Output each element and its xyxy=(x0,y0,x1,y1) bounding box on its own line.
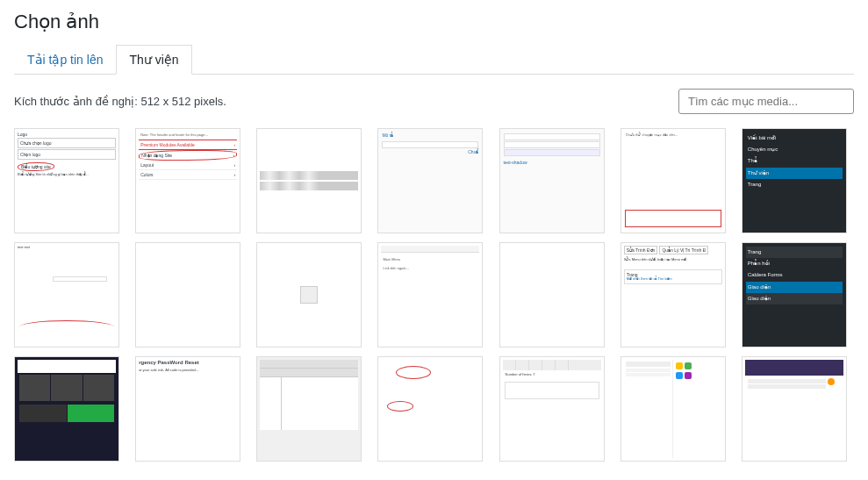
media-item[interactable]: Viết bài mới Chuyên mục Thẻ Thư viện Tra… xyxy=(742,128,847,233)
media-item[interactable]: Chưa thử chuyện mục đầu tiên... xyxy=(621,128,726,233)
thumb-text: Chưa chọn logo xyxy=(18,138,116,148)
thumb-text: Giao diện xyxy=(746,293,843,304)
media-item[interactable] xyxy=(742,356,847,462)
media-item[interactable]: text-shadow xyxy=(499,128,605,233)
search-input[interactable] xyxy=(678,89,854,114)
thumb-text: Chọn logo xyxy=(18,149,116,160)
media-item[interactable]: Sửa Trình ĐơnQuản Lý Vị Trí Trình Đ Sửa … xyxy=(621,242,726,347)
size-hint: Kích thước ảnh đề nghị: 512 x 512 pixels… xyxy=(14,95,226,108)
thumb-text: Colors› xyxy=(139,170,237,180)
thumb-text: Chuẩ xyxy=(382,149,478,154)
thumb-text: Thư viện xyxy=(746,168,843,179)
media-item[interactable]: Number of Items: 7 xyxy=(499,356,605,462)
thumb-text: Caldera Forms xyxy=(746,269,843,281)
thumb-text: Biểu tượng site xyxy=(18,162,54,171)
thumb-text: Logo xyxy=(18,132,116,137)
thumb-text: Mô tả xyxy=(382,133,478,138)
media-item[interactable]: Main MenuLink bên ngoài... xyxy=(377,242,483,347)
media-item[interactable] xyxy=(256,356,362,462)
thumb-text: Mới nhất Xem tất cả Tìm kiếm xyxy=(627,277,720,282)
thumb-text: Phản hồi xyxy=(746,258,843,269)
thumb-text: Viết bài mới xyxy=(746,133,843,144)
thumb-text: Biểu tượng Site là những gì bạn nhìn thấ… xyxy=(18,173,116,177)
media-item[interactable] xyxy=(256,242,362,347)
tab-library[interactable]: Thư viện xyxy=(116,45,191,75)
modal-title: Chọn ảnh xyxy=(14,11,854,33)
media-item[interactable] xyxy=(499,242,605,347)
media-item[interactable] xyxy=(621,356,726,462)
thumb-text: Chuyên mục xyxy=(746,144,843,155)
tab-upload[interactable]: Tải tập tin lên xyxy=(14,45,116,75)
thumb-text: Sửa Trình Đơn xyxy=(624,246,658,254)
media-tabs: Tải tập tin lên Thư viện xyxy=(14,44,854,75)
media-item[interactable]: Mô tả Chuẩ xyxy=(377,128,483,233)
thumb-text: Trang xyxy=(746,179,843,190)
media-item[interactable] xyxy=(135,242,240,347)
thumb-text: Note: The header and footer for this pag… xyxy=(139,132,237,140)
media-item[interactable] xyxy=(377,356,483,462)
toolbar: Kích thước ảnh đề nghị: 512 x 512 pixels… xyxy=(0,75,868,128)
thumb-text: Thẻ xyxy=(746,155,843,167)
thumb-text: Quản Lý Vị Trí Trình Đ xyxy=(659,246,708,254)
thumb-text: Sửa Menu bên dưới, hoặc tạo Menu mới xyxy=(624,258,722,262)
media-item[interactable]: Trang Phản hồi Caldera Forms Giao diện G… xyxy=(742,242,847,347)
thumb-text: rgency PassWord Reset xyxy=(139,360,237,366)
media-item[interactable]: text text xyxy=(14,242,119,347)
media-item[interactable] xyxy=(14,356,119,462)
media-item[interactable]: Note: The header and footer for this pag… xyxy=(135,128,240,233)
thumb-text: Premium Modules Available› xyxy=(139,140,237,150)
thumb-text: Giao diện xyxy=(746,282,843,293)
thumb-text: at your sole risk. All code is provided.… xyxy=(139,369,237,373)
thumb-text: Layout› xyxy=(139,161,237,170)
thumb-text: Trang xyxy=(746,247,843,258)
media-grid: Logo Chưa chọn logo Chọn logo Biểu tượng… xyxy=(0,128,868,476)
media-item[interactable]: rgency PassWord Reset at your sole risk.… xyxy=(135,356,240,462)
media-item[interactable]: Logo Chưa chọn logo Chọn logo Biểu tượng… xyxy=(14,128,119,233)
media-item[interactable] xyxy=(256,128,362,233)
thumb-text: Nhận dạng Site› xyxy=(139,150,237,161)
